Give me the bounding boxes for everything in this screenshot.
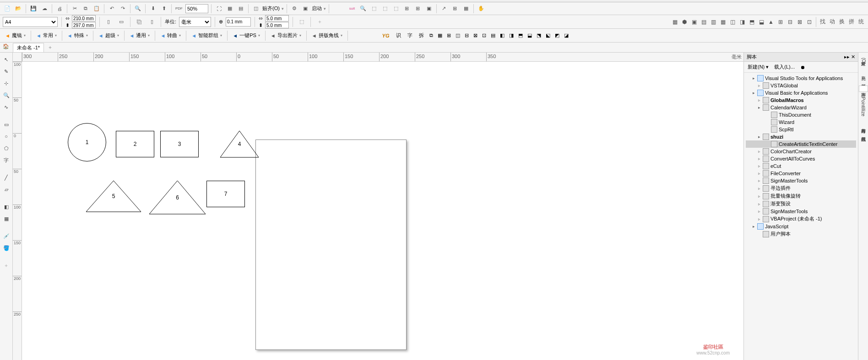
tree-item[interactable]: ▸JavaScript [746,223,856,230]
yg-icon[interactable]: ◫ [454,31,461,41]
landscape-icon[interactable]: ▭ [116,17,126,27]
canvas[interactable]: 1234567 [22,62,743,360]
shape-triangle-6[interactable]: 6 [149,181,206,214]
search-icon[interactable]: 🔍 [133,4,142,13]
current-page-icon[interactable]: ▯ [147,17,157,27]
yg-item[interactable]: 字 [405,31,415,41]
shape-rect-2[interactable]: 2 [116,131,154,157]
fullscreen-icon[interactable]: ⛶ [214,4,223,13]
plugin-魔镜[interactable]: ◄魔镜▾ [3,31,28,41]
tree-item[interactable]: ▹SignMasterTools [746,177,856,184]
yg-icon[interactable]: ◪ [563,31,570,41]
ricon[interactable]: ⊠ [796,18,804,26]
plugin-一键PS[interactable]: ◄一键PS▾ [230,31,262,41]
ext-icon-7[interactable]: ⊞ [413,4,423,13]
record-icon[interactable]: ⏺ [800,64,805,70]
launch-label[interactable]: 启动 [312,5,322,12]
ext-icon-9[interactable]: ↗ [439,4,449,13]
yg-icon[interactable]: ⬕ [544,31,552,41]
tree-item[interactable]: ScpRtl [746,126,856,133]
ricon[interactable]: ⊟ [786,18,794,26]
fill-tool-icon[interactable]: 🪣 [1,243,11,253]
tree-item[interactable]: Wizard [746,118,856,126]
line-tool-icon[interactable]: ╱ [1,172,11,183]
transparency-tool-icon[interactable]: ▦ [1,214,11,224]
yg-icon[interactable]: ◨ [508,31,515,41]
canvas-area[interactable]: 30025020015010050050100150200250300350毫米… [13,53,743,360]
shape-rect-3[interactable]: 3 [160,131,199,157]
yg-icon[interactable]: ⊡ [481,31,488,41]
plugin-转曲[interactable]: ◄转曲▾ [158,31,183,41]
yg-icon[interactable]: ⊞ [445,31,452,41]
undo-icon[interactable]: ↶ [107,4,116,13]
yg-icon[interactable]: ◧ [499,31,506,41]
pdf-icon[interactable]: PDF [174,4,184,13]
nudge-input[interactable] [226,17,251,27]
yg-item[interactable]: 拆 [417,31,426,41]
ext-icon-3[interactable]: ⬚ [369,4,379,13]
ricon[interactable]: ▲ [767,18,775,26]
page-height-input[interactable] [72,22,96,28]
new-script-button[interactable]: 新建(N) ▾ [748,64,769,70]
tree-item[interactable]: ▹VSTAGlobal [746,82,856,89]
print-icon[interactable]: 🖨 [55,4,64,13]
ext-icon-6[interactable]: ⊞ [402,4,412,13]
tree-item[interactable]: ▹渐变预设 [746,200,856,208]
ricon[interactable]: ◨ [738,18,746,26]
side-tab[interactable]: 脚本 [859,86,868,92]
tree-item[interactable]: ▹ColorChartCreator [746,148,856,155]
rt[interactable]: 换 [838,18,846,26]
tree-item[interactable]: ▹ConvertAllToCurves [746,155,856,162]
panel-menu-icon[interactable]: ▸▸ ✕ [844,54,855,60]
rulers-icon[interactable]: ▦ [225,4,234,13]
ricon[interactable]: ▤ [700,18,708,26]
tree-item[interactable]: ▸Visual Basic for Applications [746,89,856,97]
side-tab[interactable]: 对齐与分布 [859,122,868,128]
page-size-select[interactable]: A4 [3,17,58,27]
side-tab[interactable]: 对象(O) [859,54,868,67]
ricon[interactable]: ◫ [728,18,737,26]
horizontal-ruler[interactable]: 30025020015010050050100150200250300350毫米 [22,53,743,62]
tree-item[interactable]: ▸shuzi [746,133,856,140]
new-icon[interactable]: 📄 [3,4,12,13]
load-script-button[interactable]: 载入(L)... [774,64,795,70]
yg-item[interactable]: 识 [394,31,403,41]
ext-icon-5[interactable]: ⬚ [391,4,401,13]
ext-icon-10[interactable]: ⊞ [450,4,460,13]
tree-item[interactable]: ▹VBAProject (未命名 -1) [746,215,856,223]
ricon[interactable]: ⬓ [757,18,765,26]
open-icon[interactable]: 📂 [14,4,23,13]
rt[interactable]: 动 [828,18,836,26]
add-tool-icon[interactable]: ＋ [1,260,11,270]
ricon[interactable]: ▦ [671,18,679,26]
tree-item[interactable]: ▹eCut [746,162,856,170]
tree-item[interactable]: ▹寻边插件 [746,184,856,192]
ricon[interactable]: ⬢ [680,18,689,26]
zoom-tool-icon[interactable]: 🔍 [1,90,11,100]
rectangle-tool-icon[interactable]: ▭ [1,119,11,129]
tree-item[interactable]: CreateArtisticTextInCenter [746,140,856,148]
ricon[interactable]: ▥ [709,18,717,26]
export-icon[interactable]: ⬆ [159,4,168,13]
shape-rect-7[interactable]: 7 [206,181,245,207]
ext-icon-2[interactable]: 🔍 [358,4,368,13]
side-tab[interactable]: 补充 [859,69,868,75]
eyedropper-tool-icon[interactable]: 💉 [1,231,11,241]
paste-icon[interactable]: 📋 [92,4,101,13]
tree-item[interactable]: ▹FileConverter [746,170,856,177]
zoom-input[interactable] [185,4,208,13]
ext-icon-11[interactable]: ▦ [461,4,471,13]
shape-tool-icon[interactable]: ✎ [1,66,11,76]
freehand-tool-icon[interactable]: ∿ [1,102,11,112]
snap-label[interactable]: 贴齐(O) [262,5,280,12]
save-icon[interactable]: 💾 [29,4,38,13]
pick-tool-icon[interactable]: ↖ [1,54,11,64]
plugin-智能群组[interactable]: ◄智能群组▾ [189,31,224,41]
polygon-tool-icon[interactable]: ⬠ [1,143,11,153]
rt[interactable]: 拼 [847,18,856,26]
all-pages-icon[interactable]: ⿻ [134,17,144,27]
yg-icon[interactable]: ⧉ [428,31,434,41]
redo-icon[interactable]: ↷ [118,4,127,13]
yg-label[interactable]: YG [380,31,392,41]
tree-item[interactable]: ▹批量镜像旋转 [746,192,856,200]
